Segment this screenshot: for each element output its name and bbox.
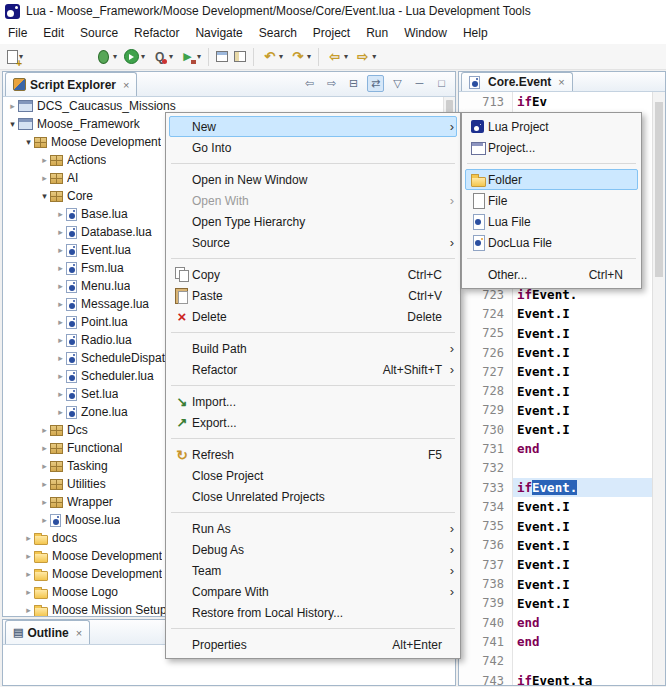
- code-line[interactable]: 742: [459, 652, 665, 671]
- chevron-collapsed-icon[interactable]: ▸: [55, 317, 66, 327]
- chevron-collapsed-icon[interactable]: ▸: [39, 497, 50, 507]
- menu-item-close-project[interactable]: Close Project: [169, 465, 457, 486]
- collapse-all-button[interactable]: ⊟: [345, 75, 362, 92]
- submenu-item-lua-file[interactable]: Lua File: [465, 211, 638, 232]
- chevron-collapsed-icon[interactable]: ▸: [55, 389, 66, 399]
- next-edit-location-button[interactable]: ▾: [286, 47, 314, 67]
- chevron-collapsed-icon[interactable]: ▸: [55, 263, 66, 273]
- menu-search[interactable]: Search: [251, 23, 305, 43]
- chevron-collapsed-icon[interactable]: ▸: [39, 155, 50, 165]
- line-number[interactable]: 727: [459, 362, 513, 381]
- chevron-collapsed-icon[interactable]: ▸: [39, 515, 50, 525]
- menu-item-restore-from-local-history[interactable]: Restore from Local History...: [169, 602, 457, 623]
- code-line[interactable]: 713 if Ev: [459, 92, 665, 111]
- chevron-collapsed-icon[interactable]: ▸: [7, 101, 18, 111]
- menu-item-copy[interactable]: CopyCtrl+C: [169, 264, 457, 285]
- link-with-editor-button[interactable]: ⇄: [367, 75, 384, 92]
- menu-file[interactable]: File: [0, 23, 35, 43]
- debug-button[interactable]: ▾: [92, 47, 120, 67]
- code-line[interactable]: 734 Event.I: [459, 497, 665, 516]
- chevron-collapsed-icon[interactable]: ▸: [55, 335, 66, 345]
- chevron-collapsed-icon[interactable]: ▸: [55, 245, 66, 255]
- chevron-collapsed-icon[interactable]: ▸: [55, 281, 66, 291]
- chevron-collapsed-icon[interactable]: ▸: [55, 407, 66, 417]
- submenu-item-file[interactable]: File: [465, 190, 638, 211]
- forward-button[interactable]: ⇨: [323, 75, 340, 92]
- line-number[interactable]: 732: [459, 459, 513, 478]
- line-number[interactable]: 725: [459, 324, 513, 343]
- minimize-button[interactable]: ─: [411, 75, 428, 92]
- maximize-button[interactable]: □: [433, 75, 450, 92]
- menu-item-source[interactable]: Source›: [169, 232, 457, 253]
- line-number[interactable]: 728: [459, 381, 513, 400]
- line-number[interactable]: 739: [459, 594, 513, 613]
- menu-item-new[interactable]: New›: [169, 116, 457, 137]
- menu-source[interactable]: Source: [72, 23, 126, 43]
- menu-window[interactable]: Window: [396, 23, 455, 43]
- submenu-item-lua-project[interactable]: Lua Project: [465, 116, 638, 137]
- close-icon[interactable]: ×: [123, 79, 129, 91]
- tab-core-event[interactable]: Core.Event ×: [461, 72, 573, 91]
- menu-item-refactor[interactable]: RefactorAlt+Shift+T›: [169, 359, 457, 380]
- code-line[interactable]: 729 Event.I: [459, 401, 665, 420]
- chevron-collapsed-icon[interactable]: ▸: [55, 227, 66, 237]
- code-line[interactable]: 736 Event.I: [459, 536, 665, 555]
- menu-item-run-as[interactable]: Run As›: [169, 518, 457, 539]
- chevron-collapsed-icon[interactable]: ▸: [55, 353, 66, 363]
- chevron-collapsed-icon[interactable]: ▸: [23, 551, 34, 561]
- menu-item-compare-with[interactable]: Compare With›: [169, 581, 457, 602]
- open-type-button[interactable]: [231, 49, 249, 64]
- close-icon[interactable]: ×: [558, 76, 564, 88]
- menu-item-export[interactable]: Export...: [169, 412, 457, 433]
- tab-outline[interactable]: ▤ Outline ×: [5, 620, 90, 644]
- code-line[interactable]: 726 Event.I: [459, 343, 665, 362]
- code-line[interactable]: 732: [459, 459, 665, 478]
- chevron-collapsed-icon[interactable]: ▸: [55, 371, 66, 381]
- chevron-expanded-icon[interactable]: ▾: [39, 191, 50, 201]
- code-line[interactable]: 727 Event.I: [459, 362, 665, 381]
- chevron-expanded-icon[interactable]: ▾: [7, 119, 18, 129]
- line-number[interactable]: 713: [459, 92, 513, 111]
- code-line[interactable]: 728 Event.I: [459, 381, 665, 400]
- line-number[interactable]: 735: [459, 517, 513, 536]
- code-line[interactable]: 725 Event.I: [459, 324, 665, 343]
- back-button[interactable]: ▾: [323, 47, 351, 67]
- submenu-item-other[interactable]: Other...Ctrl+N: [465, 264, 638, 285]
- editor-scrollbar-thumb[interactable]: [655, 102, 663, 277]
- code-line[interactable]: 738 Event.I: [459, 574, 665, 593]
- chevron-collapsed-icon[interactable]: ▸: [39, 425, 50, 435]
- coverage-button[interactable]: ▾: [148, 47, 176, 67]
- code-line[interactable]: 739 Event.I: [459, 594, 665, 613]
- menu-edit[interactable]: Edit: [35, 23, 72, 43]
- external-tools-button[interactable]: ▾: [176, 47, 204, 67]
- code-line[interactable]: 724 Event.I: [459, 304, 665, 323]
- forward-button[interactable]: ▾: [351, 47, 379, 67]
- line-number[interactable]: 743: [459, 671, 513, 685]
- chevron-collapsed-icon[interactable]: ▸: [55, 299, 66, 309]
- chevron-collapsed-icon[interactable]: ▸: [39, 173, 50, 183]
- chevron-collapsed-icon[interactable]: ▸: [55, 209, 66, 219]
- menu-item-debug-as[interactable]: Debug As›: [169, 539, 457, 560]
- close-icon[interactable]: ×: [76, 627, 82, 639]
- line-number[interactable]: 737: [459, 555, 513, 574]
- submenu-item-project[interactable]: Project...: [465, 137, 638, 158]
- new-lua-project-button[interactable]: [213, 49, 231, 64]
- new-button[interactable]: ▾: [4, 48, 26, 66]
- menu-item-refresh[interactable]: RefreshF5: [169, 444, 457, 465]
- chevron-expanded-icon[interactable]: ▾: [23, 137, 34, 147]
- line-number[interactable]: 729: [459, 401, 513, 420]
- menu-item-paste[interactable]: PasteCtrl+V: [169, 285, 457, 306]
- back-button[interactable]: ⇦: [301, 75, 318, 92]
- chevron-collapsed-icon[interactable]: ▸: [23, 605, 34, 615]
- chevron-collapsed-icon[interactable]: ▸: [39, 443, 50, 453]
- menu-navigate[interactable]: Navigate: [187, 23, 250, 43]
- line-number[interactable]: 730: [459, 420, 513, 439]
- menu-item-open-with[interactable]: Open With›: [169, 190, 457, 211]
- code-line[interactable]: 741 end: [459, 632, 665, 651]
- tab-script-explorer[interactable]: Script Explorer ×: [5, 72, 137, 96]
- editor-scrollbar[interactable]: [652, 92, 665, 685]
- code-line[interactable]: 737 Event.I: [459, 555, 665, 574]
- line-number[interactable]: 726: [459, 343, 513, 362]
- last-edit-location-button[interactable]: ▾: [258, 47, 286, 67]
- submenu-item-folder[interactable]: Folder: [465, 169, 638, 190]
